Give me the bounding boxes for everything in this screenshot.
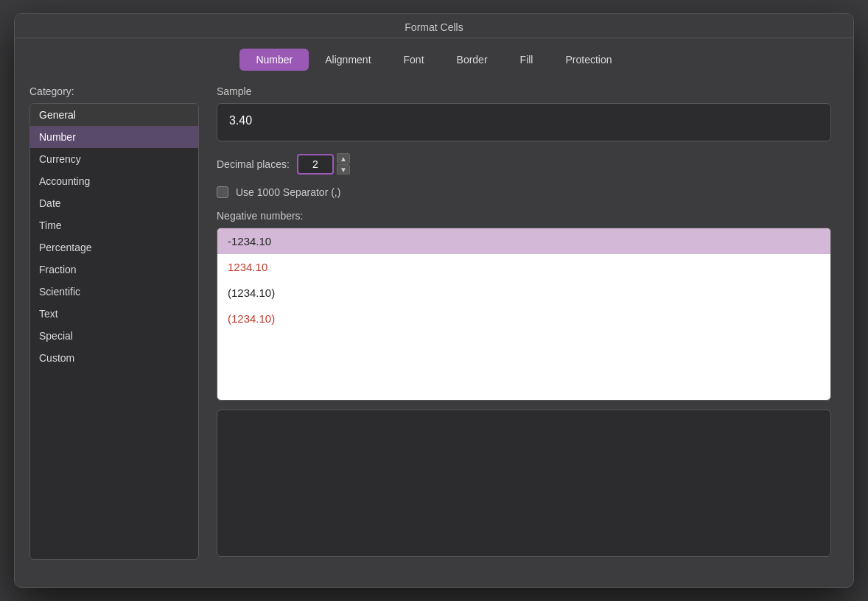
negative-item-neg1[interactable]: -1234.10 (217, 228, 830, 254)
tab-font[interactable]: Font (388, 49, 441, 71)
tab-alignment[interactable]: Alignment (309, 49, 387, 71)
negative-item-neg2[interactable]: 1234.10 (217, 254, 830, 280)
category-list: GeneralNumberCurrencyAccountingDateTimeP… (29, 103, 199, 560)
negative-item-neg3[interactable]: (1234.10) (217, 280, 830, 306)
category-item-custom[interactable]: Custom (30, 347, 198, 369)
category-item-accounting[interactable]: Accounting (30, 170, 198, 192)
category-item-currency[interactable]: Currency (30, 148, 198, 170)
tab-border[interactable]: Border (441, 49, 504, 71)
category-item-fraction[interactable]: Fraction (30, 259, 198, 281)
decimal-input[interactable] (297, 154, 334, 175)
category-item-text[interactable]: Text (30, 303, 198, 325)
negative-item-neg4[interactable]: (1234.10) (217, 306, 830, 331)
tab-number[interactable]: Number (239, 49, 309, 71)
separator-checkbox[interactable] (217, 186, 228, 198)
tabs-container: NumberAlignmentFontBorderFillProtection (15, 38, 853, 71)
stepper-down-button[interactable]: ▼ (337, 164, 350, 175)
decimal-label: Decimal places: (217, 158, 290, 170)
category-label: Category: (29, 85, 199, 97)
decimal-input-wrapper: ▲ ▼ (297, 153, 350, 175)
negative-section: Negative numbers: -1234.101234.10(1234.1… (217, 210, 831, 557)
title-text: Format Cells (405, 21, 463, 33)
separator-row: Use 1000 Separator (,) (217, 186, 831, 198)
separator-label: Use 1000 Separator (,) (236, 186, 340, 198)
tab-fill[interactable]: Fill (504, 49, 550, 71)
category-panel: Category: GeneralNumberCurrencyAccountin… (29, 85, 199, 557)
dialog-title: Format Cells (15, 14, 853, 38)
format-cells-dialog: Format Cells NumberAlignmentFontBorderFi… (14, 13, 854, 588)
category-item-percentage[interactable]: Percentage (30, 236, 198, 259)
category-item-scientific[interactable]: Scientific (30, 281, 198, 303)
category-item-number[interactable]: Number (30, 126, 198, 148)
negative-bottom-area (217, 410, 831, 557)
sample-label: Sample (217, 85, 831, 97)
negative-list: -1234.101234.10(1234.10)(1234.10) (217, 228, 831, 401)
decimal-row: Decimal places: ▲ ▼ (217, 153, 831, 175)
category-item-date[interactable]: Date (30, 192, 198, 214)
stepper-up-button[interactable]: ▲ (337, 153, 350, 164)
category-item-special[interactable]: Special (30, 325, 198, 347)
negative-label: Negative numbers: (217, 210, 831, 222)
category-item-general[interactable]: General (30, 104, 198, 126)
sample-value: 3.40 (217, 103, 831, 141)
decimal-stepper: ▲ ▼ (337, 153, 350, 175)
category-item-time[interactable]: Time (30, 214, 198, 236)
content-area: Category: GeneralNumberCurrencyAccountin… (15, 71, 853, 572)
tab-protection[interactable]: Protection (549, 49, 628, 71)
sample-section: Sample 3.40 (217, 85, 831, 141)
main-panel: Sample 3.40 Decimal places: ▲ ▼ Use 1000… (217, 85, 831, 557)
